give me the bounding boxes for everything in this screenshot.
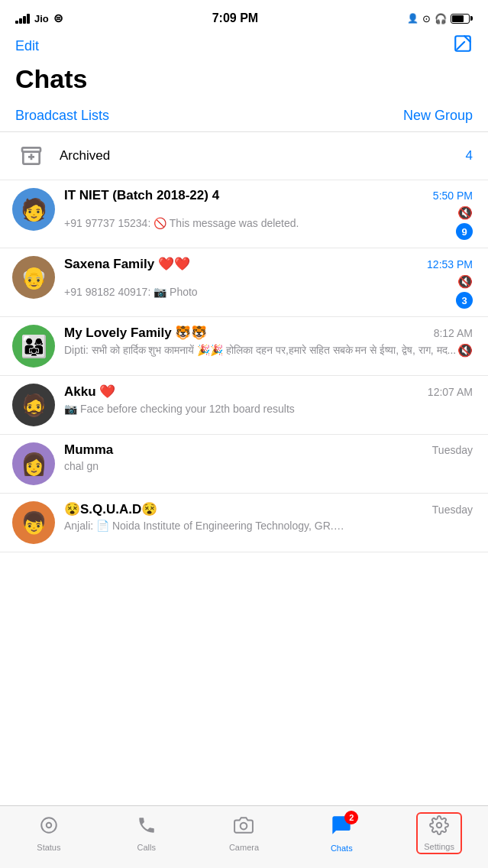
chat-list: Archived 4 🧑 IT NIET (Batch 2018-22) 4 5… (0, 132, 488, 552)
mute-icon: 🔇 (457, 343, 473, 358)
status-right: 👤 ⊙ 🎧 (407, 13, 473, 24)
avatar: 👩 (12, 442, 55, 485)
chat-right: 🔇 3 (456, 274, 473, 309)
chat-preview: +91 98182 40917: 📷 Photo (64, 286, 198, 298)
actions-row: Broadcast Lists New Group (0, 102, 488, 132)
chat-top: Mumma Tuesday (64, 442, 473, 458)
compose-button[interactable] (453, 34, 473, 58)
chat-name: Mumma (64, 442, 113, 458)
chat-name: Saxena Family ❤️❤️ (64, 256, 190, 272)
chat-row[interactable]: 🧔 Akku ❤️ 12:07 AM 📷 Face before checkin… (0, 376, 488, 435)
svg-point-2 (47, 822, 52, 828)
avatar: 🧑 (12, 188, 55, 231)
chat-top: Saxena Family ❤️❤️ 12:53 PM (64, 256, 473, 272)
chats-badge: 2 (344, 811, 358, 824)
chat-row[interactable]: 👦 😵S.Q.U.A.D😵 Tuesday Anjali: 📄 Noida In… (0, 494, 488, 552)
chat-info: 😵S.Q.U.A.D😵 Tuesday Anjali: 📄 Noida Inst… (64, 501, 473, 532)
chat-time: 5:50 PM (433, 189, 473, 202)
chat-preview: Dipti: सभी को हार्दिक शुभ कामनायें 🎉🎉 हो… (64, 343, 456, 358)
status-label: Status (37, 843, 60, 852)
tab-calls[interactable]: Calls (98, 815, 196, 852)
status-bar: Jio ⊜ 7:09 PM 👤 ⊙ 🎧 (0, 0, 488, 34)
tab-bar: Status Calls Camera 2 Chats (0, 805, 488, 868)
carrier-label: Jio (34, 13, 49, 24)
chats-label: Chats (331, 844, 353, 853)
avatar: 👴 (12, 256, 55, 299)
header: Edit (0, 34, 488, 61)
mute-icon: 🔇 (457, 274, 473, 289)
chat-bottom: Dipti: सभी को हार्दिक शुभ कामनायें 🎉🎉 हो… (64, 343, 473, 358)
new-group-button[interactable]: New Group (403, 108, 473, 124)
chat-top: 😵S.Q.U.A.D😵 Tuesday (64, 501, 473, 517)
camera-label: Camera (229, 843, 259, 852)
tab-status[interactable]: Status (0, 815, 98, 852)
chat-name: 😵S.Q.U.A.D😵 (64, 501, 157, 517)
svg-point-3 (241, 822, 247, 829)
tab-chats[interactable]: 2 Chats (292, 815, 390, 853)
circle-icon: ⊙ (422, 13, 431, 24)
mute-icon: 🔇 (457, 206, 473, 220)
chat-info: Saxena Family ❤️❤️ 12:53 PM +91 98182 40… (64, 256, 473, 309)
broadcast-lists-button[interactable]: Broadcast Lists (15, 108, 109, 124)
chat-bottom: +91 98182 40917: 📷 Photo 🔇 3 (64, 274, 473, 309)
chat-preview: chal gn (64, 460, 99, 472)
headphones-icon: 🎧 (435, 13, 447, 24)
tab-settings[interactable]: Settings (390, 812, 488, 854)
page-title: Chats (0, 61, 488, 102)
chat-bottom: Anjali: 📄 Noida Institute of Engineering… (64, 520, 473, 532)
chat-row[interactable]: 👴 Saxena Family ❤️❤️ 12:53 PM +91 98182 … (0, 248, 488, 317)
avatar: 👨‍👩‍👧 (12, 325, 55, 368)
archive-icon (15, 140, 47, 172)
chat-preview: Anjali: 📄 Noida Institute of Engineering… (64, 520, 347, 532)
chat-name: Akku ❤️ (64, 384, 115, 400)
settings-icon (429, 815, 449, 840)
chat-info: Mumma Tuesday chal gn (64, 442, 473, 472)
chat-time: 12:53 PM (427, 258, 473, 270)
chat-name: IT NIET (Batch 2018-22) 4 (64, 188, 219, 203)
chat-bottom: +91 97737 15234: 🚫 This message was dele… (64, 206, 473, 240)
unread-badge: 3 (456, 292, 473, 309)
svg-point-4 (437, 823, 442, 828)
chat-top: Akku ❤️ 12:07 AM (64, 384, 473, 400)
chat-info: IT NIET (Batch 2018-22) 4 5:50 PM +91 97… (64, 188, 473, 240)
settings-label: Settings (424, 842, 454, 851)
person-icon: 👤 (407, 13, 419, 24)
battery-icon (451, 14, 473, 24)
svg-point-1 (41, 818, 57, 833)
unread-badge: 9 (456, 223, 473, 240)
chats-icon: 2 (331, 815, 352, 841)
archived-count: 4 (466, 148, 473, 164)
chat-preview: 📷 Face before checking your 12th board r… (64, 402, 295, 416)
chat-info: My Lovely Family 🐯🐯 8:12 AM Dipti: सभी क… (64, 325, 473, 358)
tab-camera[interactable]: Camera (196, 815, 293, 852)
camera-icon (234, 815, 254, 840)
status-left: Jio ⊜ (15, 11, 63, 25)
wifi-icon: ⊜ (53, 11, 63, 25)
status-icon (39, 815, 59, 840)
chat-bottom: 📷 Face before checking your 12th board r… (64, 402, 473, 416)
chat-top: IT NIET (Batch 2018-22) 4 5:50 PM (64, 188, 473, 203)
chat-top: My Lovely Family 🐯🐯 8:12 AM (64, 325, 473, 341)
time-display: 7:09 PM (212, 11, 258, 25)
edit-button[interactable]: Edit (15, 38, 39, 54)
chat-row[interactable]: 🧑 IT NIET (Batch 2018-22) 4 5:50 PM +91 … (0, 180, 488, 248)
chat-row[interactable]: 👩 Mumma Tuesday chal gn (0, 435, 488, 494)
chat-time: Tuesday (432, 444, 473, 456)
calls-label: Calls (137, 843, 155, 852)
chat-time: 12:07 AM (428, 386, 473, 398)
archived-label: Archived (60, 148, 454, 164)
chat-right: 🔇 (457, 343, 473, 358)
chat-bottom: chal gn (64, 460, 473, 472)
avatar: 👦 (12, 501, 55, 544)
chat-preview: +91 97737 15234: 🚫 This message was dele… (64, 217, 299, 229)
chat-time: 8:12 AM (434, 327, 473, 339)
chat-right: 🔇 9 (456, 206, 473, 240)
chat-name: My Lovely Family 🐯🐯 (64, 325, 208, 341)
chat-time: Tuesday (432, 504, 473, 516)
archived-row[interactable]: Archived 4 (0, 132, 488, 180)
chat-info: Akku ❤️ 12:07 AM 📷 Face before checking … (64, 384, 473, 416)
calls-icon (137, 815, 157, 840)
chat-rows-container: 🧑 IT NIET (Batch 2018-22) 4 5:50 PM +91 … (0, 180, 488, 552)
signal-icon (15, 14, 30, 24)
chat-row[interactable]: 👨‍👩‍👧 My Lovely Family 🐯🐯 8:12 AM Dipti:… (0, 317, 488, 376)
